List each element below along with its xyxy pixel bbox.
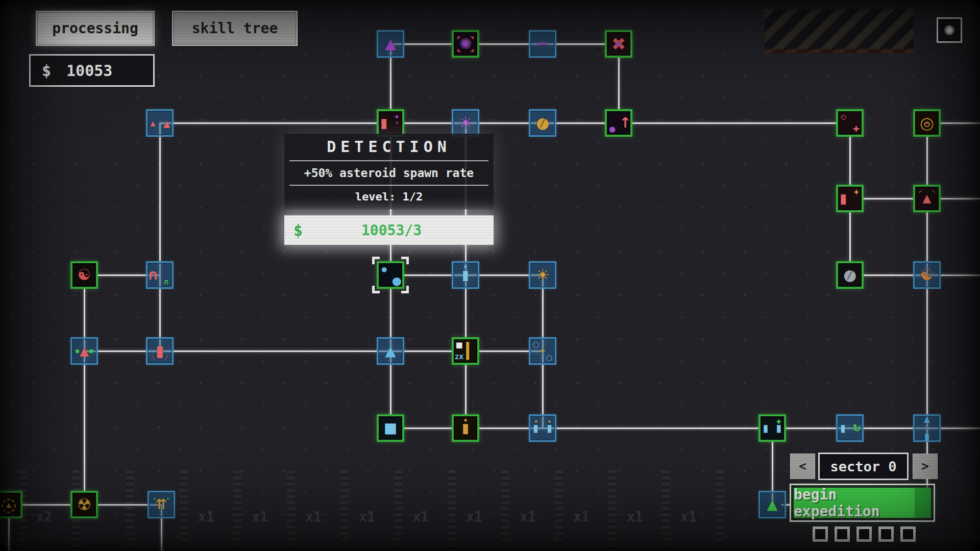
crystal-cluster-icon: ✚ — [853, 126, 860, 133]
skill-node-n13[interactable]: ◜◝▲ — [913, 185, 941, 212]
fuel-canister-sparkle-icon: ✦ — [394, 113, 400, 120]
selection-bracket — [372, 257, 380, 264]
upgrade-cost-button[interactable]: $ 10053/3 — [284, 215, 494, 245]
dome-pair-icon: ∩ — [163, 278, 169, 285]
tooltip-divider — [289, 185, 488, 186]
fuel-canister-plus-icon: ✚ — [853, 189, 859, 195]
tooltip-title: DETECTION — [288, 138, 489, 156]
chevron-left-icon: < — [799, 459, 806, 473]
double-rocket-icon: ▴ — [163, 116, 170, 130]
skill-node-n7[interactable]: ☀ — [452, 109, 479, 137]
fuel-canister-plus-icon: ▮ — [840, 192, 847, 205]
rocket-thrusters-icon: ▲ — [80, 345, 89, 357]
settings-button[interactable]: ✺ — [937, 17, 962, 43]
rocket-thrusters-icon: ● — [89, 348, 93, 354]
skill-edge — [619, 122, 850, 124]
tab-skill-tree-label: skill tree — [192, 20, 278, 37]
skill-node-n9[interactable]: ●↑ — [605, 109, 632, 137]
tooltip-level: level: 1/2 — [288, 190, 489, 203]
sun-flare-icon: ☀ — [535, 267, 550, 283]
virus-icon: ◢ — [470, 48, 474, 53]
begin-expedition-label: begin expedition — [794, 486, 931, 520]
skill-node-n20[interactable]: ☯ — [913, 261, 941, 289]
rocket-boost-icon: ◝ — [932, 189, 935, 195]
skill-node-n23[interactable]: ▲ — [377, 337, 404, 365]
double-bottle-icon: ▮ — [533, 423, 538, 433]
skill-node-n4[interactable]: ✖● — [605, 30, 632, 58]
flag-2x-icon: ■ — [455, 341, 462, 348]
skill-node-n6[interactable]: ▮✦✦ — [377, 109, 404, 137]
skill-edge — [543, 428, 772, 429]
skill-node-n35[interactable]: ▲ — [758, 491, 786, 518]
dome-pair-icon: ∩ — [147, 268, 159, 282]
purple-flare-icon: ☀ — [458, 115, 473, 131]
selection-bracket — [372, 286, 380, 293]
double-bottle-icon: ▮ — [547, 423, 552, 433]
sector-next-button[interactable]: > — [913, 454, 938, 479]
skill-node-n22[interactable]: ▮╲╱ — [146, 337, 174, 365]
water-tank-icon: ■ — [384, 421, 397, 435]
skill-edge — [84, 351, 85, 505]
expedition-slot — [878, 527, 894, 542]
gear-icon: ✺ — [944, 22, 955, 38]
skill-node-n15[interactable]: ∩∩ — [146, 261, 174, 289]
asteroid-detection-icon: ● — [381, 265, 387, 272]
skill-node-n2[interactable]: ✺◤◥◣◢ — [452, 30, 479, 58]
skill-node-n5[interactable]: ▴▴ — [146, 109, 174, 137]
expedition-slot — [856, 527, 872, 542]
skill-node-n29[interactable]: ▮▮✚ — [758, 414, 786, 442]
tab-processing[interactable]: processing — [36, 11, 155, 46]
skill-node-n8[interactable]: ●╱ — [529, 109, 556, 137]
sector-prev-button[interactable]: < — [790, 454, 815, 479]
skill-node-n14[interactable]: ☯ — [70, 261, 98, 289]
tooltip-description: +50% asteroid spawn rate — [288, 166, 489, 180]
skill-node-n28[interactable]: ▪▪▮▮ — [529, 414, 556, 442]
swirl-icon: ☯ — [78, 267, 91, 283]
asteroid-detection-icon: ● — [392, 276, 402, 287]
skill-node-n34[interactable]: ▴▴⇈ — [148, 491, 175, 518]
skill-node-n30[interactable]: ▮↻ — [836, 414, 864, 442]
orb-upgrade-icon: ↑ — [619, 116, 631, 130]
selection-bracket — [401, 257, 409, 264]
money-amount: 10053 — [66, 62, 112, 80]
double-bottle-plus-icon: ✚ — [776, 419, 781, 425]
skill-node-n21[interactable]: ●▲● — [70, 337, 98, 365]
skill-edge — [160, 122, 390, 124]
selection-bracket — [401, 286, 409, 293]
skill-node-n26[interactable]: ■ — [377, 414, 404, 442]
dotted-line-icon: ┅ — [538, 36, 547, 52]
jar-icon: ▮ — [462, 268, 469, 282]
skill-node-n31[interactable]: ▲▮ — [913, 414, 941, 442]
skill-node-n1[interactable]: ▲ — [377, 30, 404, 58]
begin-expedition-button[interactable]: begin expedition — [794, 488, 931, 518]
skill-node-n19[interactable]: ●╱ — [836, 261, 864, 289]
tab-processing-label: processing — [52, 20, 138, 37]
flag-2x-icon: 2X — [455, 354, 464, 360]
skill-node-n25[interactable]: ○➤○ — [529, 337, 556, 365]
double-rocket-icon: ▴ — [151, 118, 156, 128]
drill-column-icon: ╲ — [152, 355, 154, 360]
skill-node-detection[interactable]: ●● — [377, 261, 404, 289]
skill-node-n33[interactable]: ☢ — [70, 491, 98, 518]
skill-node-n12[interactable]: ▮✚ — [836, 185, 864, 212]
linked-orbs-icon: ○ — [532, 341, 539, 348]
skill-node-n24[interactable]: ■▎2X — [452, 337, 479, 365]
expedition-slot — [835, 527, 850, 542]
virus-icon: ◥ — [470, 35, 474, 40]
skill-node-n11[interactable]: ◎➤ — [913, 109, 941, 137]
tab-skill-tree[interactable]: skill tree — [172, 11, 298, 46]
expand-arrows-icon: ● — [616, 41, 621, 47]
skill-edge — [159, 123, 161, 275]
rocket-thrusters-icon: ● — [75, 348, 80, 354]
skill-edge — [926, 275, 928, 428]
skill-node-n32[interactable]: ◌▲ — [0, 491, 22, 518]
skill-node-n17[interactable]: ▪▮ — [452, 261, 479, 289]
arrow-upgrade-icon: ▲ — [385, 37, 396, 51]
skill-node-n27[interactable]: ▪▮ — [452, 414, 479, 442]
skill-node-n3[interactable]: ┅ — [529, 30, 556, 58]
skill-node-n10[interactable]: ◇✚ — [836, 109, 864, 137]
skill-tooltip: DETECTION +50% asteroid spawn rate level… — [284, 134, 494, 245]
skill-node-n18[interactable]: ☀ — [529, 261, 556, 289]
rocket-boost-icon: ▲ — [923, 193, 932, 204]
crt-screen: x2x1x1x1x1x1x1x1x1x1x1 ▲✺◤◥◣◢┅✖●▴▴▮✦✦☀●╱… — [0, 0, 980, 551]
